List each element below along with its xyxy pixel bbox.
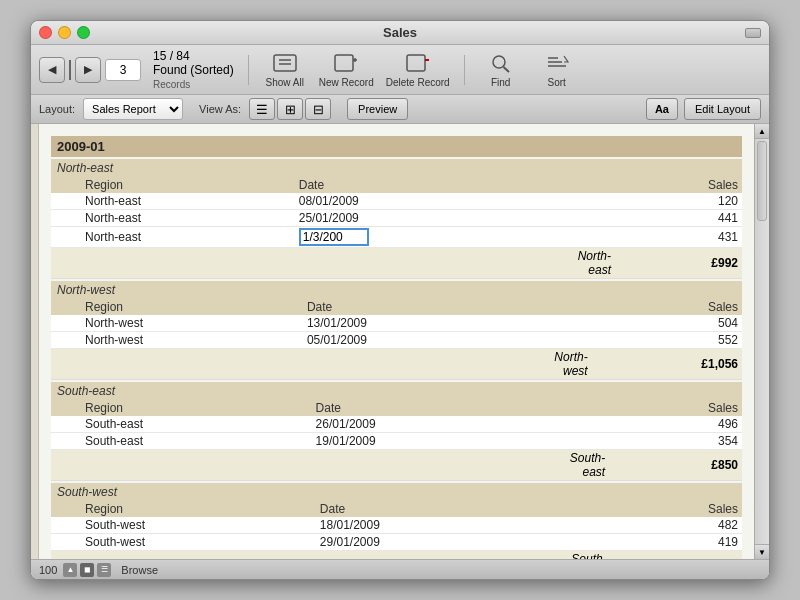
sort-label: Sort	[548, 77, 566, 88]
section-header-2009-01: 2009-01	[51, 136, 742, 157]
subtotal-row-southwest: South-west £901	[51, 551, 742, 560]
toolbar-divider-2	[464, 55, 465, 85]
table-row: North-west 13/01/2009 504	[51, 315, 742, 332]
font-button[interactable]: Aa	[646, 98, 678, 120]
subtotal-row-northwest: North-west £1,056	[51, 349, 742, 380]
sort-icon	[543, 51, 571, 75]
col-sales-header: Sales	[615, 177, 742, 193]
window-controls	[39, 26, 90, 39]
delete-record-label: Delete Record	[386, 77, 450, 88]
new-record-icon	[332, 51, 360, 75]
window-shade-button[interactable]	[745, 28, 761, 38]
scroll-thumb[interactable]	[757, 141, 767, 221]
record-number-input[interactable]: 3	[105, 59, 141, 81]
table-header-row: Region Date Sales	[51, 400, 742, 416]
svg-point-8	[493, 56, 505, 68]
toolbar-divider-1	[248, 55, 249, 85]
window-title: Sales	[383, 25, 417, 40]
subtotal-row-southeast: South-east £850	[51, 450, 742, 481]
record-found-text: Found (Sorted)	[153, 63, 234, 77]
second-toolbar-right: Aa Edit Layout	[646, 98, 761, 120]
prev-record-button[interactable]: ◀	[39, 57, 65, 83]
col-date-header: Date	[295, 177, 555, 193]
table-view-button[interactable]: ⊞	[277, 98, 303, 120]
records-label: Records	[153, 79, 190, 90]
southwest-table: Region Date Sales South-west 18/01/2009 …	[51, 501, 742, 559]
region-header-southwest: South-west	[51, 483, 742, 501]
table-header-row: Region Date Sales	[51, 501, 742, 517]
table-row: North-east 08/01/2009 120	[51, 193, 742, 210]
table-row: South-east 26/01/2009 496	[51, 416, 742, 433]
new-record-button[interactable]: New Record	[319, 51, 374, 88]
zoom-level: 100	[39, 564, 57, 576]
close-button[interactable]	[39, 26, 52, 39]
status-icons: ▲ ◼ ☰	[63, 563, 111, 577]
delete-record-button[interactable]: Delete Record	[386, 51, 450, 88]
col-region-header: Region	[81, 177, 295, 193]
table-row: North-east 25/01/2009 441	[51, 210, 742, 227]
table-row: North-west 05/01/2009 552	[51, 332, 742, 349]
find-label: Find	[491, 77, 510, 88]
status-icon-1: ▲	[63, 563, 77, 577]
view-as-label: View As:	[199, 103, 241, 115]
layout-label: Layout:	[39, 103, 75, 115]
region-header-southeast: South-east	[51, 382, 742, 400]
status-mode: Browse	[121, 564, 158, 576]
content-area: 2009-01 North-east Region Date Sales Nor…	[31, 124, 769, 559]
list-view-button[interactable]: ☰	[249, 98, 275, 120]
delete-record-icon	[404, 51, 432, 75]
region-header-northwest: North-west	[51, 281, 742, 299]
preview-button[interactable]: Preview	[347, 98, 408, 120]
find-icon	[487, 51, 515, 75]
scroll-up-button[interactable]: ▲	[755, 124, 769, 139]
maximize-button[interactable]	[77, 26, 90, 39]
left-edge	[31, 124, 39, 559]
main-window: Sales ◀ ▶ 3 15 / 84 Found (Sorted) Recor…	[30, 20, 770, 580]
edit-layout-button[interactable]: Edit Layout	[684, 98, 761, 120]
record-count-text: 15 / 84	[153, 49, 190, 63]
minimize-button[interactable]	[58, 26, 71, 39]
region-header-northeast: North-east	[51, 159, 742, 177]
show-all-button[interactable]: Show All	[263, 51, 307, 88]
grid-view-button[interactable]: ⊟	[305, 98, 331, 120]
table-header-row: Region Date Sales	[51, 299, 742, 315]
show-all-label: Show All	[266, 77, 304, 88]
layout-select[interactable]: Sales Report	[83, 98, 183, 120]
table-row: North-east 431	[51, 227, 742, 248]
find-button[interactable]: Find	[479, 51, 523, 88]
status-icon-3: ☰	[97, 563, 111, 577]
scroll-down-button[interactable]: ▼	[755, 544, 769, 559]
show-all-icon	[271, 51, 299, 75]
southeast-table: Region Date Sales South-east 26/01/2009 …	[51, 400, 742, 481]
title-bar: Sales	[31, 21, 769, 45]
scrollbar[interactable]: ▲ ▼	[754, 124, 769, 559]
navigation-group: ◀ ▶ 3	[39, 57, 141, 83]
date-edit-input[interactable]	[299, 228, 369, 246]
svg-rect-0	[274, 55, 296, 71]
subtotal-row-northeast: North-east £992	[51, 248, 742, 279]
main-content: 2009-01 North-east Region Date Sales Nor…	[39, 124, 754, 559]
scroll-track[interactable]	[755, 139, 769, 544]
table-row: South-west 29/01/2009 419	[51, 534, 742, 551]
table-row: South-west 18/01/2009 482	[51, 517, 742, 534]
svg-rect-3	[335, 55, 353, 71]
status-bar: 100 ▲ ◼ ☰ Browse	[31, 559, 769, 579]
sort-button[interactable]: Sort	[535, 51, 579, 88]
new-record-label: New Record	[319, 77, 374, 88]
svg-line-9	[503, 67, 509, 72]
second-toolbar: Layout: Sales Report View As: ☰ ⊞ ⊟ Prev…	[31, 95, 769, 124]
col-spacer-header	[555, 177, 615, 193]
title-bar-right	[745, 28, 761, 38]
next-record-button[interactable]: ▶	[75, 57, 101, 83]
main-toolbar: ◀ ▶ 3 15 / 84 Found (Sorted) Records Sho…	[31, 45, 769, 95]
table-row: South-east 19/01/2009 354	[51, 433, 742, 450]
status-icon-2: ◼	[80, 563, 94, 577]
table-header-row: Region Date Sales	[51, 177, 742, 193]
view-buttons: ☰ ⊞ ⊟	[249, 98, 331, 120]
record-count-display: 15 / 84 Found (Sorted) Records	[153, 49, 234, 90]
northeast-table: Region Date Sales North-east 08/01/2009 …	[51, 177, 742, 279]
svg-rect-6	[407, 55, 425, 71]
northwest-table: Region Date Sales North-west 13/01/2009 …	[51, 299, 742, 380]
